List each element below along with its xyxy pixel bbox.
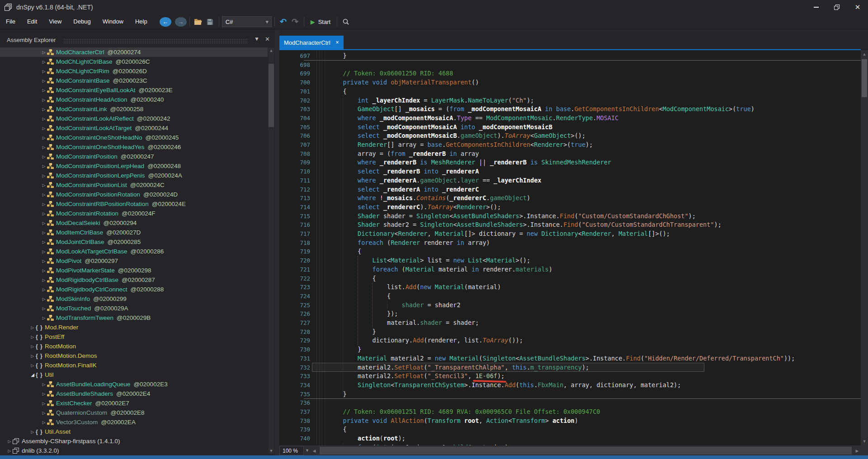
expander-collapsed-icon[interactable]: ▷ — [41, 202, 47, 206]
tree-item-assetbundleloadingqueue[interactable]: ▷AssetBundleLoadingQueue@020002E3 — [0, 379, 268, 389]
menu-help[interactable]: Help — [129, 16, 153, 27]
menu-edit[interactable]: Edit — [21, 16, 43, 27]
tree-item-modchlightctrlrim[interactable]: ▷ModChLightCtrlRim@0200026D — [0, 66, 268, 76]
expander-collapsed-icon[interactable]: ▷ — [29, 363, 36, 368]
tree-item-dnlib-3-3-2-0-[interactable]: ▷dnlib (3.3.2.0) — [0, 446, 268, 455]
start-debug-button[interactable]: ▶ Start — [307, 16, 334, 28]
expander-collapsed-icon[interactable]: ▷ — [41, 211, 47, 216]
expander-open-icon[interactable]: ◢ — [29, 372, 36, 377]
horizontal-scroll-track[interactable] — [318, 445, 854, 456]
navigate-forward-icon[interactable]: → — [175, 17, 187, 27]
tree-item-modrigidbodyctrlbase[interactable]: ▷ModRigidbodyCtrlBase@02000287 — [0, 275, 268, 285]
tree-item-modconstraintheadaction[interactable]: ▷ModConstraintHeadAction@02000240 — [0, 95, 268, 104]
expander-collapsed-icon[interactable]: ▷ — [41, 155, 47, 159]
expander-collapsed-icon[interactable]: ▷ — [41, 107, 47, 112]
menu-view[interactable]: View — [43, 16, 67, 27]
expander-collapsed-icon[interactable]: ▷ — [41, 230, 47, 235]
tree-item-modconstraintpositionlerphead[interactable]: ▷ModConstraintPositionLerpHead@02000248 — [0, 161, 268, 171]
expander-collapsed-icon[interactable]: ▷ — [41, 401, 47, 406]
navigate-back-icon[interactable]: ← — [160, 17, 171, 27]
tree-item-modpivot[interactable]: ▷ModPivot@02000297 — [0, 256, 268, 266]
tree-scrollbar[interactable]: ▲ ▼ — [268, 47, 274, 454]
tree-item-modconstraintrbpositionrotation[interactable]: ▷ModConstraintRBPositionRotation@0200024… — [0, 199, 268, 209]
panel-menu-icon[interactable]: ▼ — [254, 36, 259, 42]
tree-item-existchecker[interactable]: ▷ExistChecker@020002E7 — [0, 398, 268, 408]
expander-collapsed-icon[interactable]: ▷ — [41, 117, 47, 121]
tree-item-modconstraintpositionrotation[interactable]: ▷ModConstraintPositionRotation@0200024D — [0, 190, 268, 199]
tree-item-modpivotmarkerstate[interactable]: ▷ModPivotMarkerState@02000298 — [0, 266, 268, 275]
expander-collapsed-icon[interactable]: ▷ — [41, 79, 47, 83]
panel-close-icon[interactable]: ✕ — [265, 36, 270, 42]
expander-collapsed-icon[interactable]: ▷ — [41, 145, 47, 150]
code-editor[interactable]: 697 }698699 // Token: 0x06001250 RID: 46… — [279, 50, 868, 456]
tree-item-modjointctrlbase[interactable]: ▷ModJointCtrlBase@02000285 — [0, 237, 268, 247]
editor-vertical-scrollbar[interactable]: ▲ ▼ — [861, 50, 868, 445]
scroll-down-icon[interactable]: ▼ — [268, 448, 274, 454]
expander-collapsed-icon[interactable]: ▷ — [6, 439, 13, 444]
tree-item-modconstraintposition[interactable]: ▷ModConstraintPosition@02000247 — [0, 152, 268, 161]
expander-collapsed-icon[interactable]: ▷ — [41, 297, 47, 301]
expander-collapsed-icon[interactable]: ▷ — [41, 164, 47, 169]
tree-item-modconstraintlookattarget[interactable]: ▷ModConstraintLookAtTarget@02000244 — [0, 123, 268, 133]
expander-collapsed-icon[interactable]: ▷ — [29, 335, 36, 339]
restore-button[interactable] — [826, 0, 847, 14]
zoom-level-selector[interactable]: 100 % — [279, 446, 304, 455]
tree-item-modconstraintrotation[interactable]: ▷ModConstraintRotation@0200024F — [0, 209, 268, 218]
expander-collapsed-icon[interactable]: ▷ — [41, 192, 47, 197]
tree-item-modconstraintpositionlist[interactable]: ▷ModConstraintPositionList@0200024C — [0, 180, 268, 190]
expander-collapsed-icon[interactable]: ▷ — [41, 240, 47, 244]
tree-item-modtouched[interactable]: ▷ModTouched@0200029A — [0, 304, 268, 313]
tree-item-modconstrainteyeballlookat[interactable]: ▷ModConstraintEyeBallLookAt@0200023E — [0, 85, 268, 95]
expander-collapsed-icon[interactable]: ▷ — [41, 88, 47, 93]
tree-item-modconstraintbase[interactable]: ▷ModConstraintBase@0200023C — [0, 76, 268, 85]
tree-item-posteff[interactable]: ▷{ }PostEff — [0, 332, 268, 342]
expander-collapsed-icon[interactable]: ▷ — [29, 354, 36, 358]
tree-scrollbar-thumb[interactable] — [269, 64, 274, 127]
tree-item-modcharacterctrl[interactable]: ▷ModCharacterCtrl@02000274 — [0, 47, 268, 57]
tree-item-modtransformtween[interactable]: ▷ModTransformTween@0200029B — [0, 313, 268, 323]
expander-collapsed-icon[interactable]: ▷ — [41, 268, 47, 273]
scroll-left-icon[interactable]: ◀ — [311, 449, 318, 453]
save-all-icon[interactable] — [204, 16, 216, 28]
expander-collapsed-icon[interactable]: ▷ — [29, 344, 36, 349]
expander-collapsed-icon[interactable]: ▷ — [29, 430, 36, 434]
undo-button[interactable]: ↶ — [278, 16, 289, 28]
tab-close-icon[interactable]: × — [336, 39, 339, 46]
language-selector[interactable]: C# ▼ — [222, 16, 272, 27]
redo-button[interactable]: ↷ — [289, 16, 301, 28]
tree-item-mod-render[interactable]: ▷{ }Mod.Render — [0, 323, 268, 332]
tree-item-assembly-csharp-firstpass-1-4-1-0-[interactable]: ▷Assembly-CSharp-firstpass (1.4.1.0) — [0, 436, 268, 446]
menu-window[interactable]: Window — [97, 16, 129, 27]
tree-item-assetbundleshaders[interactable]: ▷AssetBundleShaders@020002E4 — [0, 389, 268, 398]
expander-collapsed-icon[interactable]: ▷ — [41, 420, 47, 425]
expander-collapsed-icon[interactable]: ▷ — [41, 382, 47, 387]
expander-collapsed-icon[interactable]: ▷ — [41, 221, 47, 225]
expander-collapsed-icon[interactable]: ▷ — [41, 136, 47, 140]
expander-collapsed-icon[interactable]: ▷ — [41, 306, 47, 311]
tree-item-rootmotion[interactable]: ▷{ }RootMotion — [0, 342, 268, 351]
tree-item-modconstraintoneshotheadyes[interactable]: ▷ModConstraintOneShotHeadYes@02000246 — [0, 142, 268, 152]
tree-item-moddecalseieki[interactable]: ▷ModDecalSeieki@02000294 — [0, 218, 268, 228]
tree-item-modlookattargetctrlbase[interactable]: ▷ModLookAtTargetCtrlBase@02000286 — [0, 247, 268, 256]
menu-file[interactable]: File — [0, 16, 21, 27]
expander-collapsed-icon[interactable]: ▷ — [41, 411, 47, 415]
panel-splitter[interactable] — [275, 29, 279, 456]
zoom-dropdown-icon[interactable]: ▼ — [304, 446, 311, 455]
search-icon[interactable] — [340, 16, 352, 28]
minimize-button[interactable] — [806, 0, 826, 14]
tree-item-rootmotion-finalik[interactable]: ▷{ }RootMotion.FinalIK — [0, 361, 268, 370]
tree-item-util-asset[interactable]: ▷{ }Util.Asset — [0, 427, 268, 436]
scroll-up-icon[interactable]: ▲ — [861, 51, 868, 57]
tree-item-modskininfo[interactable]: ▷ModSkinInfo@02000299 — [0, 294, 268, 304]
expander-collapsed-icon[interactable]: ▷ — [29, 325, 36, 330]
tree-item-modconstraintlink[interactable]: ▷ModConstraintLink@02000258 — [0, 104, 268, 114]
expander-collapsed-icon[interactable]: ▷ — [41, 173, 47, 178]
expander-collapsed-icon[interactable]: ▷ — [41, 98, 47, 102]
horizontal-scrollbar-thumb[interactable] — [320, 447, 852, 454]
expander-collapsed-icon[interactable]: ▷ — [41, 249, 47, 254]
expander-collapsed-icon[interactable]: ▷ — [41, 126, 47, 131]
tree-item-modconstraintoneshotheadno[interactable]: ▷ModConstraintOneShotHeadNo@02000245 — [0, 133, 268, 142]
close-button[interactable]: ✕ — [847, 0, 868, 14]
tree-item-vector3custom[interactable]: ▷Vector3Custom@020002EA — [0, 417, 268, 427]
tree-item-modconstraintpositionlerppenis[interactable]: ▷ModConstraintPositionLerpPenis@0200024A — [0, 171, 268, 180]
